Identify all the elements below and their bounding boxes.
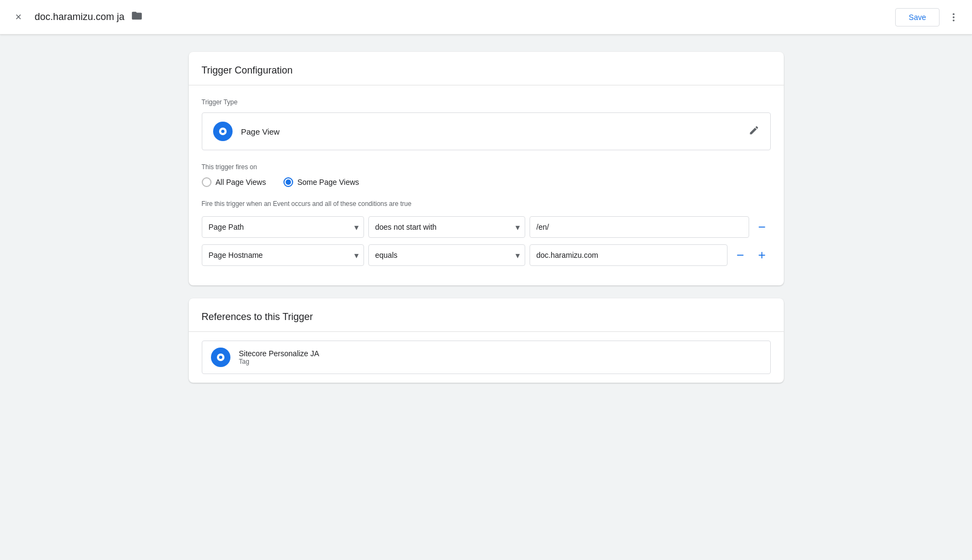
add-condition-button[interactable]: + <box>753 246 771 264</box>
conditions-label: Fire this trigger when an Event occurs a… <box>202 200 771 208</box>
page-view-icon-dot <box>221 130 224 133</box>
radio-some-circle <box>283 177 293 187</box>
trigger-type-left: Page View <box>213 122 280 141</box>
radio-some-page-views[interactable]: Some Page Views <box>283 177 359 187</box>
radio-all-page-views[interactable]: All Page Views <box>202 177 266 187</box>
more-options-button[interactable] <box>944 8 963 27</box>
svg-point-2 <box>953 19 954 21</box>
condition-row-1: Page Path Page Hostname Page URL ▾ does … <box>202 216 771 238</box>
edit-icon[interactable] <box>749 125 759 138</box>
remove-condition-2-button[interactable]: − <box>732 246 749 264</box>
references-body: Sitecore Personalize JA Tag <box>189 332 784 383</box>
condition-row-2: Page Hostname Page Path Page URL ▾ equal… <box>202 244 771 266</box>
save-button[interactable]: Save <box>895 8 940 26</box>
operator-select-wrapper-2: equals does not equal contains ▾ <box>368 244 525 266</box>
operator-select-1[interactable]: does not start with starts with equals c… <box>368 216 525 238</box>
ref-info-0: Sitecore Personalize JA Tag <box>239 349 320 365</box>
trigger-config-header: Trigger Configuration <box>189 52 784 85</box>
ref-icon-inner-0 <box>217 354 224 361</box>
variable-select-wrapper-2: Page Hostname Page Path Page URL ▾ <box>202 244 364 266</box>
variable-select-1[interactable]: Page Path Page Hostname Page URL <box>202 216 364 238</box>
references-header: References to this Trigger <box>189 298 784 332</box>
variable-select-wrapper-1: Page Path Page Hostname Page URL ▾ <box>202 216 364 238</box>
trigger-config-title: Trigger Configuration <box>202 65 293 76</box>
topbar-left: × doc.haramizu.com ja <box>9 8 895 27</box>
remove-condition-1-button[interactable]: − <box>753 218 771 236</box>
svg-point-0 <box>953 13 954 15</box>
svg-point-1 <box>953 16 954 18</box>
radio-group: All Page Views Some Page Views <box>202 177 771 187</box>
radio-some-label: Some Page Views <box>297 178 359 186</box>
close-button[interactable]: × <box>9 8 28 27</box>
value-input-1[interactable] <box>530 216 749 238</box>
operator-select-wrapper-1: does not start with starts with equals c… <box>368 216 525 238</box>
radio-some-dot <box>286 179 291 185</box>
value-input-2[interactable] <box>530 244 728 266</box>
radio-all-circle <box>202 177 211 187</box>
operator-select-2[interactable]: equals does not equal contains <box>368 244 525 266</box>
topbar-right: Save <box>895 8 963 27</box>
trigger-config-body: Trigger Type Page View <box>189 85 784 285</box>
variable-select-2[interactable]: Page Hostname Page Path Page URL <box>202 244 364 266</box>
ref-type-0: Tag <box>239 358 320 365</box>
ref-icon-0 <box>211 348 230 367</box>
fires-on-label: This trigger fires on <box>202 163 771 171</box>
ref-name-0: Sitecore Personalize JA <box>239 349 320 358</box>
folder-icon <box>131 10 143 24</box>
ref-icon-dot-0 <box>219 356 222 359</box>
trigger-config-card: Trigger Configuration Trigger Type Page … <box>189 52 784 285</box>
references-card: References to this Trigger Sitecore Pers… <box>189 298 784 383</box>
conditions-section: Fire this trigger when an Event occurs a… <box>202 200 771 266</box>
radio-all-label: All Page Views <box>216 178 266 186</box>
main-content: Trigger Configuration Trigger Type Page … <box>0 35 972 400</box>
trigger-type-box: Page View <box>202 112 771 150</box>
topbar: × doc.haramizu.com ja Save <box>0 0 972 35</box>
trigger-type-name: Page View <box>241 127 280 136</box>
trigger-type-label: Trigger Type <box>202 98 771 106</box>
topbar-title: doc.haramizu.com ja <box>35 11 124 23</box>
fires-on-section: This trigger fires on All Page Views Som… <box>202 163 771 187</box>
page-view-icon-inner <box>219 128 227 135</box>
trigger-type-section: Trigger Type Page View <box>202 98 771 150</box>
page-view-icon <box>213 122 233 141</box>
ref-item-0: Sitecore Personalize JA Tag <box>202 341 771 374</box>
references-title: References to this Trigger <box>202 311 313 322</box>
